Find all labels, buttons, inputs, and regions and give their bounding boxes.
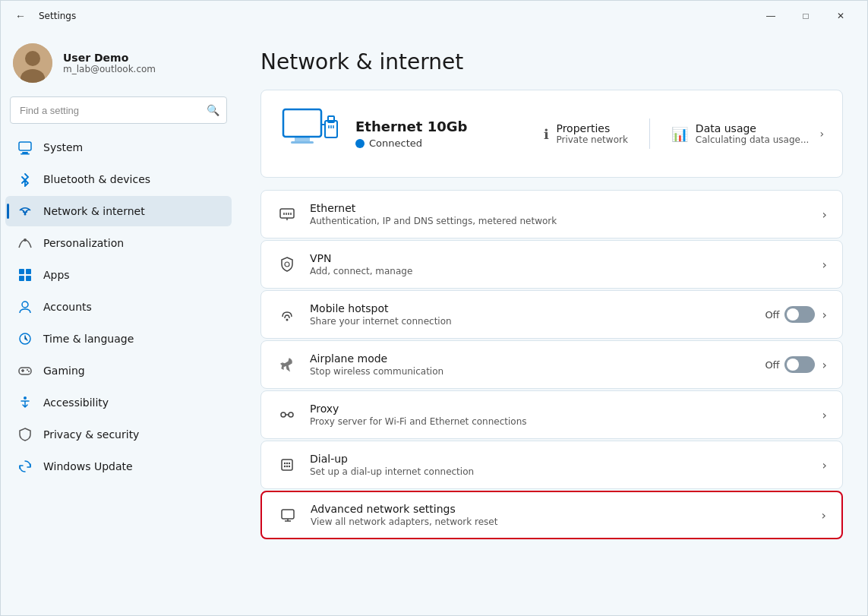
svg-rect-9 <box>26 269 31 274</box>
close-button[interactable]: ✕ <box>823 4 858 28</box>
svg-point-19 <box>24 396 27 400</box>
hotspot-toggle[interactable] <box>784 306 815 323</box>
apps-icon <box>17 267 33 283</box>
eth-divider <box>649 118 650 149</box>
setting-ethernet[interactable]: Ethernet Authentication, IP and DNS sett… <box>260 190 843 239</box>
setting-airplane[interactable]: Airplane mode Stop wireless communicatio… <box>260 340 843 389</box>
user-name: User Demo <box>63 52 156 64</box>
status-connected-dot <box>355 139 365 148</box>
nav-network[interactable]: Network & internet <box>5 196 232 226</box>
properties-action[interactable]: ℹ Properties Private network <box>544 122 628 145</box>
hotspot-setting-icon <box>276 306 298 323</box>
ethernet-actions: ℹ Properties Private network 📊 Data usag… <box>544 118 824 149</box>
svg-rect-23 <box>325 121 337 137</box>
setting-advanced[interactable]: Advanced network settings View all netwo… <box>260 491 843 539</box>
personalization-icon <box>17 235 33 251</box>
svg-point-43 <box>284 466 286 467</box>
nav-time[interactable]: Time & language <box>5 324 232 354</box>
proxy-setting-sub: Proxy server for Wi-Fi and Ethernet conn… <box>310 416 810 427</box>
svg-rect-46 <box>282 510 294 519</box>
data-usage-sub: Calculating data usage... <box>696 134 810 145</box>
svg-point-40 <box>284 463 286 464</box>
data-usage-action[interactable]: 📊 Data usage Calculating data usage... › <box>671 122 824 145</box>
svg-point-17 <box>27 369 28 371</box>
ethernet-chevron: › <box>822 207 827 222</box>
gaming-icon <box>17 363 33 378</box>
ethernet-info: Ethernet 10Gb Connected <box>355 118 529 149</box>
advanced-setting-icon <box>277 507 298 523</box>
hotspot-chevron: › <box>822 308 827 322</box>
main-content: User Demo m_lab@outlook.com 🔍 Sy <box>1 31 867 615</box>
setting-hotspot[interactable]: Mobile hotspot Share your internet conne… <box>260 290 843 339</box>
titlebar: ← Settings — □ ✕ <box>1 1 867 31</box>
ethernet-setting-icon <box>276 206 298 223</box>
system-icon <box>17 140 33 155</box>
nav-accounts-label: Accounts <box>43 301 92 313</box>
setting-vpn[interactable]: VPN Add, connect, manage › <box>260 240 843 289</box>
ethernet-setting-sub: Authentication, IP and DNS settings, met… <box>310 216 810 226</box>
hotspot-toggle-label: Off <box>765 309 779 321</box>
nav-apps-label: Apps <box>43 269 70 281</box>
nav-bluetooth[interactable]: Bluetooth & devices <box>5 164 232 194</box>
sidebar: User Demo m_lab@outlook.com 🔍 Sy <box>1 31 236 615</box>
hotspot-setting-title: Mobile hotspot <box>310 302 753 314</box>
user-info: User Demo m_lab@outlook.com <box>63 52 156 74</box>
svg-point-1 <box>25 51 40 66</box>
airplane-toggle[interactable] <box>784 356 815 373</box>
nav-update[interactable]: Windows Update <box>5 451 232 482</box>
dialup-setting-sub: Set up a dial-up internet connection <box>310 466 810 477</box>
search-input[interactable] <box>10 96 227 124</box>
ethernet-setting-title: Ethernet <box>310 202 810 214</box>
user-email: m_lab@outlook.com <box>63 64 156 74</box>
setting-dialup[interactable]: Dial-up Set up a dial-up internet connec… <box>260 441 843 489</box>
proxy-setting-title: Proxy <box>310 403 810 415</box>
avatar <box>13 43 52 83</box>
nav-gaming[interactable]: Gaming <box>5 355 232 386</box>
properties-icon: ℹ <box>544 126 549 142</box>
ethernet-status-text: Connected <box>369 137 422 149</box>
nav-privacy[interactable]: Privacy & security <box>5 419 232 450</box>
back-button[interactable]: ← <box>10 5 31 27</box>
nav-system-label: System <box>43 141 83 153</box>
svg-rect-20 <box>283 109 321 137</box>
nav-bluetooth-label: Bluetooth & devices <box>43 173 150 185</box>
svg-point-37 <box>289 412 293 417</box>
advanced-setting-title: Advanced network settings <box>311 503 810 515</box>
svg-rect-10 <box>19 276 24 281</box>
vpn-setting-sub: Add, connect, manage <box>310 266 810 276</box>
vpn-setting-icon <box>276 256 298 273</box>
advanced-chevron: › <box>822 508 826 523</box>
minimize-button[interactable]: — <box>753 4 788 28</box>
search-icon: 🔍 <box>207 104 219 116</box>
setting-proxy[interactable]: Proxy Proxy server for Wi-Fi and Etherne… <box>260 390 843 439</box>
proxy-chevron: › <box>822 408 827 422</box>
update-icon <box>17 459 33 474</box>
nav-system[interactable]: System <box>5 132 232 163</box>
svg-rect-3 <box>19 142 31 150</box>
nav-apps[interactable]: Apps <box>5 260 232 290</box>
data-usage-icon: 📊 <box>671 126 688 142</box>
nav-personalization-label: Personalization <box>43 237 124 249</box>
vpn-setting-title: VPN <box>310 252 810 264</box>
nav-privacy-label: Privacy & security <box>43 428 139 441</box>
svg-rect-11 <box>26 276 31 281</box>
svg-point-18 <box>28 371 30 372</box>
dialup-chevron: › <box>822 458 827 472</box>
nav-time-label: Time & language <box>43 333 134 345</box>
proxy-setting-icon <box>276 406 298 423</box>
privacy-icon <box>17 427 33 442</box>
nav-accessibility-label: Accessibility <box>43 396 109 409</box>
dialup-setting-title: Dial-up <box>310 453 810 465</box>
svg-point-45 <box>289 466 290 467</box>
maximize-button[interactable]: □ <box>788 4 823 28</box>
svg-point-36 <box>281 412 286 417</box>
airplane-toggle-label: Off <box>765 359 779 371</box>
nav-accounts[interactable]: Accounts <box>5 292 232 322</box>
ethernet-status: Connected <box>355 137 529 149</box>
nav-personalization[interactable]: Personalization <box>5 228 232 258</box>
user-profile: User Demo m_lab@outlook.com <box>1 31 236 93</box>
ethernet-card: Ethernet 10Gb Connected ℹ Properties Pri… <box>260 90 843 178</box>
nav-accessibility[interactable]: Accessibility <box>5 387 232 418</box>
search-box: 🔍 <box>10 96 227 124</box>
page-title: Network & internet <box>260 49 843 74</box>
